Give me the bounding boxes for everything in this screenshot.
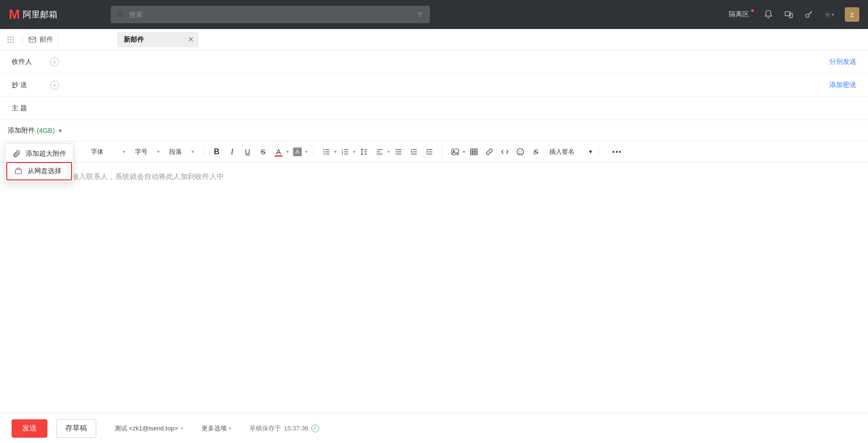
svg-point-17 [13, 42, 14, 43]
save-draft-button[interactable]: 存草稿 [56, 419, 96, 438]
svg-point-16 [10, 42, 11, 43]
attach-menu-large-label: 添加超大附件 [26, 149, 66, 158]
devices-icon[interactable] [784, 10, 794, 19]
insert-image-button[interactable]: ▾ [448, 145, 465, 159]
editor-body[interactable]: 你只需要在@后面输入联系人，系统就会自动将此人加到收件人中 [0, 162, 868, 191]
quarantine-link[interactable]: 隔离区 [729, 10, 753, 19]
svg-point-7 [806, 14, 809, 17]
attach-menu-drive[interactable]: 从网盘选择 [6, 162, 72, 180]
paragraph-select[interactable]: 段落▾ [165, 148, 198, 156]
insert-table-button[interactable] [467, 145, 481, 159]
attachment-size: (4GB) [37, 127, 55, 134]
editor-toolbar: 字体▾ 字号▾ 段落▾ B I U S A▾ A▾ ▾ 123▾ ▾ ▾ S 插… [0, 141, 868, 162]
emoji-button[interactable] [514, 145, 527, 159]
draft-saved-status: 草稿保存于 15:37:36 ✓ [250, 424, 319, 433]
paperclip-icon [12, 149, 21, 158]
clear-format-button[interactable]: S [529, 145, 543, 159]
svg-point-15 [8, 42, 9, 43]
tab-compose[interactable]: 新邮件 ✕ [117, 32, 199, 47]
attach-menu-drive-label: 从网盘选择 [28, 167, 61, 176]
svg-point-19 [324, 149, 324, 150]
line-spacing-button[interactable] [357, 145, 371, 159]
highlight-color-button[interactable]: A▾ [291, 145, 308, 159]
ordered-list-button[interactable]: 123▾ [338, 145, 355, 159]
cc-row[interactable]: 抄 送 + 添加密送 [0, 74, 868, 97]
svg-point-11 [13, 36, 14, 37]
settings-icon[interactable]: ▾ [824, 10, 834, 19]
search-bar[interactable] [111, 6, 430, 23]
compose-footer: 发送 存草稿 测试 <zk1@isend.top> ▾ 更多选项 ▾ 草稿保存于… [0, 413, 868, 443]
to-label: 收件人 [12, 58, 41, 66]
code-block-button[interactable] [498, 145, 512, 159]
svg-text:3: 3 [342, 152, 343, 155]
brand-text: 阿里邮箱 [23, 9, 58, 20]
svg-point-23 [324, 153, 324, 154]
key-icon[interactable] [804, 10, 814, 19]
align-justify-button[interactable] [392, 145, 405, 159]
from-select[interactable]: 测试 <zk1@isend.top> ▾ [115, 424, 183, 433]
strikethrough-button[interactable]: S [256, 145, 270, 159]
search-input[interactable] [129, 11, 415, 18]
tab-compose-label: 新邮件 [124, 35, 144, 44]
attachment-dropdown: 添加超大附件 从网盘选择 [5, 143, 74, 183]
insert-signature-select[interactable]: 插入签名▾ [549, 148, 592, 156]
separate-send-link[interactable]: 分别发送 [829, 58, 856, 66]
logo-mark-icon: M [9, 7, 19, 22]
italic-button[interactable]: I [225, 145, 239, 159]
header-actions: 隔离区 ▾ z [729, 7, 859, 22]
underline-button[interactable]: U [241, 145, 254, 159]
from-value: 测试 <zk1@isend.top> [115, 424, 178, 433]
bell-icon[interactable] [764, 10, 773, 19]
svg-rect-48 [471, 149, 477, 155]
search-icon [117, 10, 125, 19]
cc-label: 抄 送 [12, 81, 41, 89]
subject-label: 主 题 [12, 104, 41, 113]
svg-point-0 [118, 12, 122, 16]
add-bcc-link[interactable]: 添加密送 [829, 81, 856, 89]
svg-line-1 [122, 15, 124, 17]
attachment-row[interactable]: 添加附件 (4GB) ▾ [0, 120, 868, 141]
indent-increase-button[interactable] [423, 145, 436, 159]
send-button[interactable]: 发送 [12, 419, 47, 438]
chevron-down-icon[interactable]: ▾ [59, 127, 62, 134]
unordered-list-button[interactable]: ▾ [320, 145, 337, 159]
font-family-select[interactable]: 字体▾ [87, 148, 129, 156]
svg-point-21 [324, 151, 324, 152]
svg-point-10 [10, 36, 11, 37]
svg-rect-46 [452, 149, 458, 155]
check-icon: ✓ [311, 425, 319, 432]
close-icon[interactable]: ✕ [188, 36, 194, 44]
tab-row: | 邮件 新邮件 ✕ [0, 29, 868, 50]
svg-point-53 [517, 148, 524, 155]
brand-logo[interactable]: M 阿里邮箱 [9, 7, 58, 22]
svg-point-55 [521, 150, 522, 151]
toolbar-more-button[interactable]: ••• [612, 148, 622, 156]
svg-point-8 [827, 14, 828, 15]
svg-rect-18 [29, 37, 36, 42]
mail-icon [28, 35, 37, 44]
svg-point-13 [10, 39, 11, 40]
font-size-select[interactable]: 字号▾ [131, 148, 163, 156]
subject-row[interactable]: 主 题 [0, 97, 868, 120]
attachment-label: 添加附件 [8, 126, 35, 135]
svg-point-12 [8, 39, 9, 40]
notification-dot-icon [751, 9, 754, 12]
filter-icon[interactable] [415, 10, 424, 19]
add-cc-icon[interactable]: + [50, 81, 59, 89]
more-options-button[interactable]: 更多选项 ▾ [202, 424, 231, 433]
apps-grid-icon[interactable] [5, 34, 16, 45]
add-recipient-icon[interactable]: + [50, 58, 59, 66]
indent-decrease-button[interactable] [407, 145, 421, 159]
text-color-button[interactable]: A▾ [272, 145, 289, 159]
attach-menu-large[interactable]: 添加超大附件 [5, 146, 73, 162]
insert-link-button[interactable] [483, 145, 496, 159]
tab-mail[interactable]: 邮件 [23, 29, 59, 50]
drive-icon [14, 167, 23, 176]
bold-button[interactable]: B [210, 145, 223, 159]
svg-point-14 [13, 39, 14, 40]
recipient-row[interactable]: 收件人 + 分别发送 [0, 50, 868, 74]
quarantine-label: 隔离区 [729, 10, 749, 18]
user-avatar[interactable]: z [845, 7, 859, 22]
tab-mail-label: 邮件 [40, 35, 53, 44]
align-button[interactable]: ▾ [373, 145, 390, 159]
